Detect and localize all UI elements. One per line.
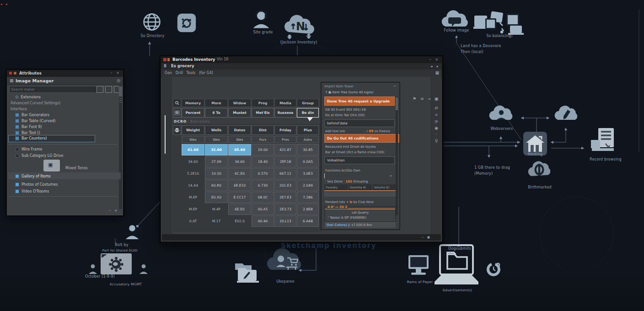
table-cell[interactable]: 2EF.18 <box>274 156 296 167</box>
sidebar-item-bar-counters[interactable]: Bar Counters) <box>15 135 47 141</box>
table-cell[interactable]: Friday <box>274 125 296 135</box>
text-field-2[interactable]: Volkalition <box>324 156 395 164</box>
view-button-1[interactable] <box>97 86 103 93</box>
inspector-scrollbar-track[interactable] <box>396 97 398 215</box>
table-cell[interactable]: 00.A5 <box>252 204 274 215</box>
table-cell[interactable]: Prog <box>252 99 274 107</box>
table-cell[interactable]: Dist <box>252 125 274 135</box>
table-cell[interactable]: 6E.E10 <box>228 180 251 191</box>
text-field-1[interactable]: behind'data <box>324 119 395 127</box>
sidebar-item-extensions[interactable]: ⊙ Extensions <box>15 94 41 100</box>
grid-icon[interactable]: ▦ <box>435 70 439 75</box>
subbar-controls[interactable]: ▪ ▪ <box>431 64 440 68</box>
zoom-controls[interactable]: – + <box>109 208 118 213</box>
statusbar-controls[interactable]: — ◼ <box>421 235 431 239</box>
table-cell[interactable]: M.17 <box>205 215 228 227</box>
table-cell[interactable]: Wells <box>205 125 228 135</box>
sidebar-item-videos[interactable]: Video O'Rooms <box>15 188 49 194</box>
user-tool-icon[interactable]: ◉ <box>433 125 440 131</box>
swap-tool-icon[interactable]: ⇄ <box>433 105 440 111</box>
table-cell[interactable]: 5.2E10 <box>182 168 204 179</box>
scrollbar-thumb[interactable] <box>119 86 122 97</box>
table-cell[interactable]: 2.8E8 <box>297 204 319 215</box>
sidebar-item-bar-table[interactable]: Bar Table (Curved) <box>15 118 55 123</box>
pin-tool-icon[interactable]: ♀ <box>433 138 440 144</box>
table-cell[interactable]: 201.E3 <box>274 180 296 191</box>
dot-tool-icon[interactable]: ◦ <box>433 132 440 137</box>
table-cell[interactable]: Percent <box>182 108 204 118</box>
table-cell[interactable]: Wes <box>182 136 204 143</box>
sidebar-item-wire-frame[interactable]: Wire Frame <box>15 146 42 152</box>
sea-done-row[interactable]: ' Sea Done · 101 Grouping <box>325 180 368 183</box>
inspector-minimize[interactable]: — <box>393 84 397 88</box>
refresh-tool-icon[interactable]: ⟳ <box>433 119 440 124</box>
table-cell[interactable]: M.4P <box>205 204 228 215</box>
table-cell[interactable]: Memory <box>182 99 204 107</box>
table-cell[interactable]: Weight <box>182 125 204 135</box>
gear-icon[interactable]: ◎ <box>117 78 120 83</box>
table-cell[interactable]: Media <box>274 99 296 107</box>
item-tree-row[interactable]: 7 ▣ Item Tree (turns 40 signs) <box>325 91 373 94</box>
sidebar-item-sub-category[interactable]: Sub Category LG Drive <box>15 153 63 158</box>
vertical-scrollbar-thumb[interactable] <box>165 115 166 154</box>
table-cell[interactable]: 14.A4 <box>182 180 204 191</box>
window-controls[interactable]: – × <box>111 71 121 75</box>
main-titlebar[interactable]: Barcodes Inventory Vin 16 – × <box>161 57 442 63</box>
square-tool-icon[interactable]: ▣ <box>433 96 440 102</box>
table-cell[interactable]: 30.85 <box>297 144 319 156</box>
table-cell[interactable]: E0.X0 <box>205 192 228 203</box>
alert-banner-1[interactable]: Done Tree 40 request a Upgrade <box>324 97 395 106</box>
table-cell[interactable]: 0.0A5 <box>297 156 319 167</box>
sub-titlebar[interactable]: B Es grocery ▪ ▪ <box>161 63 442 70</box>
table-cell[interactable]: Ades <box>297 136 319 143</box>
add-text-label[interactable]: Add text ore <box>325 129 345 133</box>
table-cell[interactable]: 32.00 <box>205 144 228 156</box>
footer-link[interactable]: Owl Colors) J <box>327 223 349 227</box>
left-panel-titlebar[interactable]: Attributes – × <box>7 70 123 77</box>
table-cell[interactable]: 3.0E3 <box>297 168 319 179</box>
table-cell[interactable]: More <box>205 99 228 107</box>
mini-table-cell[interactable]: Volume 6) <box>373 184 396 190</box>
alert-banner-2[interactable]: Do Go Out 40 codifications <box>324 134 399 143</box>
table-cell[interactable]: M.EP <box>182 192 204 203</box>
sidebar-item-photos[interactable]: Photos of Costumes <box>15 182 58 187</box>
main-window-controls[interactable]: – × <box>429 58 440 62</box>
table-cell[interactable]: 6E.E0 <box>228 204 251 215</box>
expand-tool-icon[interactable]: × <box>433 112 440 118</box>
table-cell[interactable]: 61.60 <box>182 144 204 156</box>
table-cell[interactable]: 7.286 <box>297 192 319 203</box>
table-cell[interactable]: Met'Eis <box>252 108 274 118</box>
table-cell[interactable]: 00.40 <box>252 215 274 227</box>
table-cell[interactable]: 18.40 <box>252 156 274 167</box>
scrollbar-track[interactable] <box>119 86 122 209</box>
table-cell[interactable]: Dates <box>228 125 251 135</box>
list-tool-icon[interactable]: ≡ <box>419 96 425 102</box>
flag-tool-icon[interactable]: ⚑ <box>411 96 418 102</box>
camera-icon-cell[interactable]: O <box>173 108 181 118</box>
sidebar-item-gallery[interactable]: Gallery of Items <box>15 173 51 179</box>
table-cell[interactable]: 34.60 <box>182 156 204 167</box>
table-cell[interactable]: 6 To <box>205 108 228 118</box>
table-cell[interactable]: 6C.E0 <box>228 168 251 179</box>
sidebar-item-bar-generators[interactable]: Bar Generators <box>15 112 49 118</box>
search-input[interactable] <box>9 86 97 93</box>
table-cell[interactable]: E.CC17 <box>228 192 251 203</box>
table-cell[interactable]: M.EP <box>182 204 204 215</box>
printer-icon-cell[interactable] <box>173 125 181 135</box>
menu-items[interactable]: Gen Drill Tools (for G4) <box>165 71 213 75</box>
table-cell[interactable]: 10.50 <box>205 168 228 179</box>
table-cell[interactable]: 2.049 <box>297 180 319 191</box>
table-cell[interactable]: Mustet <box>228 108 251 118</box>
table-cell[interactable]: 29.00 <box>252 144 274 156</box>
table-cell[interactable]: Plus <box>297 125 319 135</box>
table-cell[interactable]: 2E7.E3 <box>274 192 296 203</box>
thin-input-row[interactable] <box>324 192 396 197</box>
thumbnail-image[interactable]: ▣ <box>43 160 60 172</box>
table-cell[interactable]: 08.0C <box>252 192 274 203</box>
table-cell[interactable]: Fors <box>252 136 274 143</box>
search-icon-cell[interactable] <box>173 99 181 107</box>
table-cell[interactable]: 60.R0 <box>205 180 228 191</box>
pendant-row[interactable]: Pendant lots + b So Club Nine <box>325 200 374 204</box>
table-cell[interactable]: 65.60 <box>228 144 251 156</box>
table-cell[interactable]: 34.60 <box>228 156 251 167</box>
